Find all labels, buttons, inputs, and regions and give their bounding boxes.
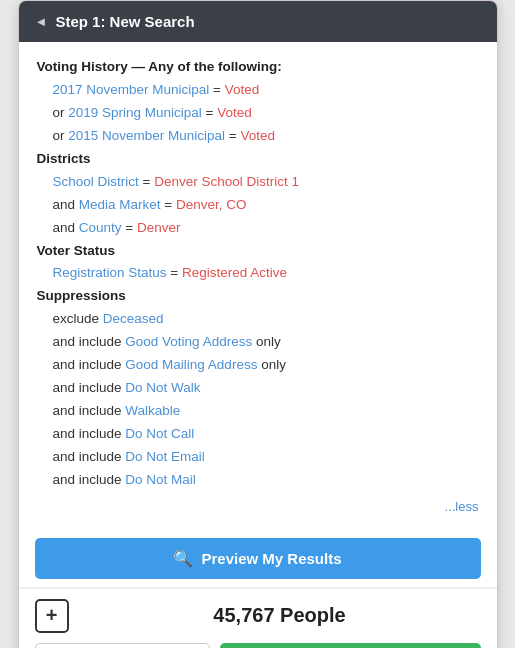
- suppression-value[interactable]: Do Not Call: [125, 426, 194, 441]
- list-item: and include Good Mailing Address only: [53, 354, 479, 377]
- status-key[interactable]: Registration Status: [53, 265, 167, 280]
- suppression-value[interactable]: Good Voting Address: [125, 334, 252, 349]
- voter-status-section: Voter Status Registration Status = Regis…: [37, 240, 479, 286]
- list-item: and include Good Voting Address only: [53, 331, 479, 354]
- districts-label: Districts: [37, 151, 91, 166]
- district-value: Denver: [137, 220, 181, 235]
- suppressions-section: Suppressions exclude Deceased and includ…: [37, 285, 479, 518]
- list-item: and Media Market = Denver, CO: [53, 194, 479, 217]
- footer-buttons: + Add Step ▶ Run Search: [19, 643, 497, 648]
- list-item: and include Do Not Mail: [53, 469, 479, 492]
- suppression-value[interactable]: Good Mailing Address: [125, 357, 257, 372]
- suppression-value[interactable]: Do Not Email: [125, 449, 205, 464]
- district-key[interactable]: County: [79, 220, 122, 235]
- add-criteria-button[interactable]: +: [35, 599, 69, 633]
- suppression-value[interactable]: Do Not Mail: [125, 472, 196, 487]
- list-item: and include Do Not Call: [53, 423, 479, 446]
- list-item: and include Do Not Email: [53, 446, 479, 469]
- election-value: Voted: [241, 128, 276, 143]
- run-search-button[interactable]: ▶ Run Search: [220, 643, 480, 648]
- suppressions-label: Suppressions: [37, 288, 126, 303]
- search-card: ◄ Step 1: New Search Voting History — An…: [18, 0, 498, 648]
- list-item: or 2015 November Municipal = Voted: [53, 125, 479, 148]
- preview-btn-label: Preview My Results: [201, 550, 341, 567]
- list-item: 2017 November Municipal = Voted: [53, 79, 479, 102]
- search-criteria: Voting History — Any of the following: 2…: [19, 42, 497, 528]
- election-value: Voted: [217, 105, 252, 120]
- list-item: and include Walkable: [53, 400, 479, 423]
- election-link[interactable]: 2017 November Municipal: [53, 82, 210, 97]
- districts-items: School District = Denver School District…: [37, 171, 479, 240]
- back-arrow-icon: ◄: [35, 14, 48, 29]
- voting-history-section: Voting History — Any of the following: 2…: [37, 56, 479, 148]
- district-value: Denver School District 1: [154, 174, 299, 189]
- list-item: and include Do Not Walk: [53, 377, 479, 400]
- step-title: Step 1: New Search: [55, 13, 194, 30]
- list-item: or 2019 Spring Municipal = Voted: [53, 102, 479, 125]
- preview-results-button[interactable]: 🔍 Preview My Results: [35, 538, 481, 579]
- list-item: and County = Denver: [53, 217, 479, 240]
- suppression-value[interactable]: Walkable: [125, 403, 180, 418]
- voter-status-label: Voter Status: [37, 243, 116, 258]
- districts-section: Districts School District = Denver Schoo…: [37, 148, 479, 240]
- district-key[interactable]: Media Market: [79, 197, 161, 212]
- district-key[interactable]: School District: [53, 174, 139, 189]
- election-link[interactable]: 2015 November Municipal: [68, 128, 225, 143]
- suppression-value[interactable]: Do Not Walk: [125, 380, 200, 395]
- add-step-button[interactable]: + Add Step: [35, 643, 211, 648]
- suppressions-items: exclude Deceased and include Good Voting…: [37, 308, 479, 518]
- list-item: exclude Deceased: [53, 308, 479, 331]
- election-link[interactable]: 2019 Spring Municipal: [68, 105, 202, 120]
- search-icon: 🔍: [173, 549, 193, 568]
- voter-status-items: Registration Status = Registered Active: [37, 262, 479, 285]
- list-item: Registration Status = Registered Active: [53, 262, 479, 285]
- election-value: Voted: [225, 82, 260, 97]
- voting-history-items: 2017 November Municipal = Voted or 2019 …: [37, 79, 479, 148]
- people-count: 45,767 People: [79, 604, 481, 627]
- step-header: ◄ Step 1: New Search: [19, 1, 497, 42]
- people-count-row: + 45,767 People: [19, 588, 497, 643]
- voting-history-label: Voting History — Any of the following:: [37, 59, 282, 74]
- list-item: School District = Denver School District…: [53, 171, 479, 194]
- suppression-value[interactable]: Deceased: [103, 311, 164, 326]
- less-link[interactable]: ...less: [445, 496, 479, 518]
- status-value: Registered Active: [182, 265, 287, 280]
- district-value: Denver, CO: [176, 197, 247, 212]
